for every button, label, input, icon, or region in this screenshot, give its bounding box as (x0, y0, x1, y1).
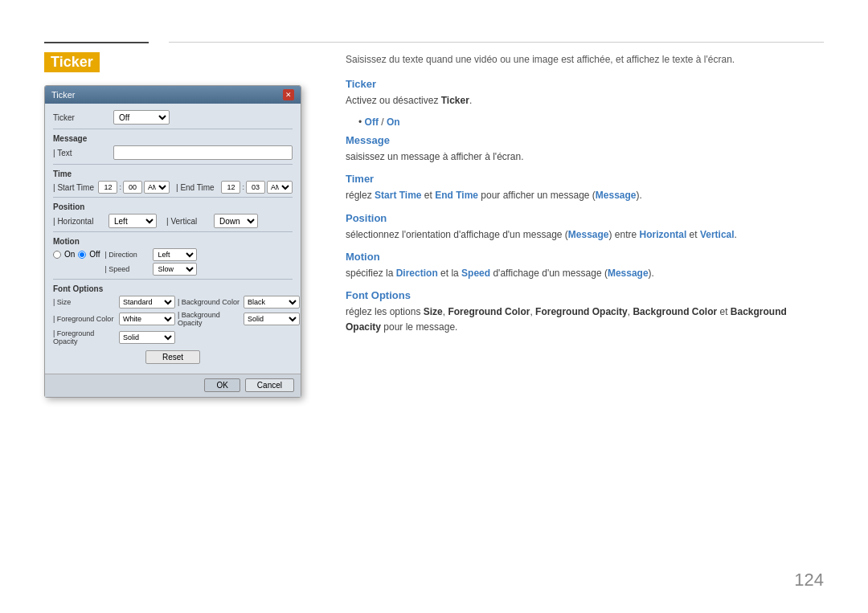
size-row: | Size StandardSmallLarge (53, 296, 175, 309)
direction-row: | Direction LeftRight (105, 248, 197, 261)
horizontal-select[interactable]: LeftRightCenter (108, 214, 157, 228)
bg-color-select[interactable]: BlackWhiteRed (244, 296, 300, 309)
section-body-motion: spécifiez la Direction et la Speed d'aff… (346, 266, 824, 281)
bg-opacity-select[interactable]: SolidTransparent (244, 313, 300, 325)
horizontal-label: | Horizontal (53, 217, 105, 226)
section-body-timer: réglez Start Time et End Time pour affic… (346, 188, 824, 203)
section-title-message: Message (346, 134, 824, 146)
top-rule-left (44, 42, 149, 43)
right-panel: Saisissez du texte quand une vidéo ou un… (346, 52, 824, 343)
position-row: | Horizontal LeftRightCenter | Vertical … (53, 214, 293, 228)
bg-opacity-label: | Background Opacity (178, 311, 242, 327)
section-title-font-options: Font Options (346, 289, 824, 301)
separator-3 (53, 197, 293, 198)
dialog-body: Ticker Off On Message | Text Time | Star… (45, 104, 301, 374)
fg-color-select[interactable]: WhiteBlackRed (119, 313, 175, 325)
section-body-font-options: réglez les options Size, Foreground Colo… (346, 304, 824, 335)
cancel-button[interactable]: Cancel (245, 378, 294, 392)
ok-button[interactable]: OK (204, 378, 240, 392)
size-label: | Size (53, 298, 117, 306)
end-ampm-select[interactable]: AMPM (267, 181, 293, 194)
ticker-field-label: Ticker (53, 113, 113, 122)
fg-opacity-label: | Foreground Opacity (53, 329, 117, 345)
motion-container: On Off | Direction LeftRight | Speed (53, 248, 293, 276)
fg-opacity-select[interactable]: SolidTransparent (119, 331, 175, 344)
motion-on-label: On (64, 250, 75, 259)
motion-off-radio[interactable] (78, 251, 86, 259)
time-row: | Start Time : AMPM | End Time : AMPM (53, 181, 293, 194)
bg-color-row: | Background Color BlackWhiteRed (178, 296, 300, 309)
fg-opacity-row: | Foreground Opacity SolidTransparent (53, 329, 175, 345)
start-hour-input[interactable] (98, 181, 117, 194)
left-panel: Ticker Ticker ✕ Ticker Off On Message | … (44, 52, 358, 398)
dialog-close-button[interactable]: ✕ (283, 89, 294, 100)
font-options-grid: | Size StandardSmallLarge | Background C… (53, 296, 293, 345)
speed-label: | Speed (105, 265, 149, 273)
text-row: | Text (53, 145, 293, 160)
section-title-motion: Motion (346, 251, 824, 263)
end-time-label: | End Time (176, 183, 219, 192)
dialog-footer: OK Cancel (45, 374, 301, 397)
section-title-position: Position (346, 212, 824, 224)
ticker-dialog: Ticker ✕ Ticker Off On Message | Text (44, 85, 301, 398)
position-section-header: Position (53, 202, 293, 211)
start-time-label: | Start Time (53, 183, 96, 192)
dialog-title: Ticker (51, 90, 76, 100)
font-options-header: Font Options (53, 284, 293, 293)
section-body-message: saisissez un message à afficher à l'écra… (346, 149, 824, 165)
vertical-label: | Vertical (166, 217, 211, 226)
text-input[interactable] (113, 145, 293, 160)
size-select[interactable]: StandardSmallLarge (119, 296, 175, 309)
start-ampm-select[interactable]: AMPM (144, 181, 170, 194)
separator-4 (53, 231, 293, 232)
speed-select[interactable]: SlowMediumFast (153, 263, 197, 276)
speed-row: | Speed SlowMediumFast (105, 263, 197, 276)
dialog-titlebar: Ticker ✕ (45, 86, 301, 104)
vertical-select[interactable]: DownUp (214, 214, 258, 228)
reset-button[interactable]: Reset (145, 350, 200, 364)
end-hour-input[interactable] (221, 181, 240, 194)
section-title-ticker: Ticker (346, 78, 824, 90)
message-section-header: Message (53, 134, 293, 143)
motion-section-header: Motion (53, 237, 293, 246)
section-title-timer: Timer (346, 173, 824, 185)
motion-on-radio[interactable] (53, 251, 61, 259)
end-minute-input[interactable] (246, 181, 265, 194)
page-title: Ticker (44, 52, 100, 72)
section-body-position: sélectionnez l'orientation d'affichage d… (346, 227, 824, 243)
motion-settings: | Direction LeftRight | Speed SlowMedium… (105, 248, 197, 276)
time-section-header: Time (53, 170, 293, 178)
fg-color-label: | Foreground Color (53, 315, 117, 323)
motion-radio-group: On Off (53, 250, 100, 259)
motion-off-label: Off (89, 250, 100, 259)
top-rule-right (169, 42, 824, 43)
direction-label: | Direction (105, 251, 149, 259)
separator-5 (53, 279, 293, 280)
page-number: 124 (794, 570, 824, 591)
section-body-ticker: Activez ou désactivez Ticker. (346, 93, 824, 108)
ticker-row: Ticker Off On (53, 110, 293, 125)
text-label: | Text (53, 149, 113, 157)
separator-1 (53, 129, 293, 129)
separator-2 (53, 164, 293, 165)
bg-opacity-row: | Background Opacity SolidTransparent (178, 311, 300, 327)
bg-color-label: | Background Color (178, 298, 242, 306)
fg-color-row: | Foreground Color WhiteBlackRed (53, 311, 175, 327)
start-minute-input[interactable] (123, 181, 142, 194)
direction-select[interactable]: LeftRight (153, 248, 197, 261)
intro-text: Saisissez du texte quand une vidéo ou un… (346, 52, 824, 67)
bullet-off-on: Off / On (358, 116, 824, 128)
ticker-select[interactable]: Off On (113, 110, 170, 125)
